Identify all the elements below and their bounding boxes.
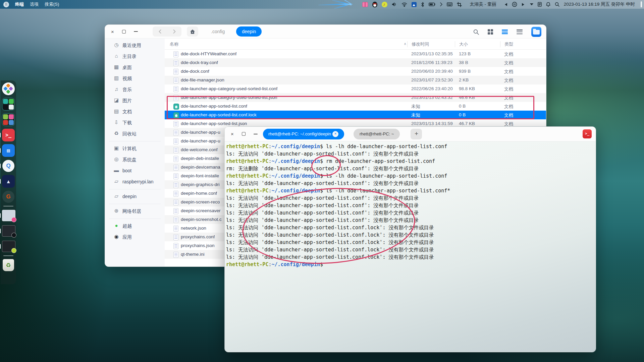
pause-icon[interactable]	[512, 2, 517, 7]
document-file-icon	[173, 130, 178, 136]
wifi-icon[interactable]	[401, 2, 407, 7]
qq-icon[interactable]	[372, 2, 377, 7]
file-mtime: 2018/12/06 11:39:23	[411, 60, 452, 65]
grid-view-icon[interactable]	[488, 29, 493, 35]
bluetooth-icon[interactable]	[421, 2, 424, 7]
sidebar-item-音乐[interactable]: ♫音乐	[105, 84, 165, 95]
battery-icon[interactable]	[429, 2, 435, 6]
sort-caret-icon[interactable]: ∧	[404, 42, 406, 46]
menu-item-options[interactable]: 选项	[30, 1, 39, 7]
app-grid-launcher-icon[interactable]: ⠿	[3, 2, 9, 7]
sidebar-item-raspberrypi.lan[interactable]: ▱raspberrypi.lan	[105, 176, 165, 187]
screenshot-icon[interactable]	[457, 2, 462, 7]
music-track-title[interactable]: 太湖美 - 童丽	[470, 1, 496, 7]
minimize-icon[interactable]	[134, 31, 138, 32]
dock-item-terminal[interactable]: >_	[2, 129, 15, 141]
gift-icon[interactable]	[362, 2, 368, 7]
sidebar-item-boot[interactable]: ▬boot	[105, 165, 165, 176]
clock-datetime[interactable]: 2023-01-13 16:19 周五 癸卯年 申时	[564, 1, 635, 7]
maximize-icon[interactable]	[242, 132, 246, 136]
window-preview-bilibili-icon	[2, 210, 15, 221]
detail-view-icon[interactable]	[517, 29, 523, 34]
sidebar-item-文档[interactable]: ▤文档	[105, 106, 165, 117]
file-row[interactable]: dde-launcher-app-sorted-list.conf未知0 B文档	[165, 102, 546, 111]
file-row[interactable]: dde-dock-HTYWeather.conf2023/01/13 02:35…	[165, 50, 546, 58]
file-manager-app-icon[interactable]	[531, 27, 541, 37]
search-icon[interactable]	[473, 29, 479, 35]
dock-item-launcher[interactable]	[2, 82, 15, 95]
previous-icon[interactable]	[503, 3, 507, 6]
lyrics-icon[interactable]	[538, 2, 542, 7]
back-icon[interactable]	[159, 29, 161, 34]
file-row[interactable]: dde-launcher-app-sorted-list.conf.lock未知…	[165, 111, 546, 119]
dock-item-red-logo-app[interactable]: G	[2, 190, 15, 203]
sidebar-item-桌面[interactable]: ▦桌面	[105, 62, 165, 73]
dock-item-app-group-2[interactable]	[2, 113, 15, 126]
column-header-type[interactable]: 类型	[500, 41, 513, 47]
file-row[interactable]: dde-launcher-app-category-used-sorted-li…	[165, 93, 546, 102]
caret-down-icon[interactable]	[530, 3, 533, 5]
dock-item-window-preview-qq[interactable]	[2, 225, 15, 237]
new-tab-button[interactable]: +	[411, 129, 422, 139]
netease-music-icon[interactable]	[382, 2, 387, 7]
column-header-name[interactable]: 名称	[170, 41, 178, 47]
sidebar-item-deepin[interactable]: ▱deepin	[105, 191, 165, 202]
terminal-output-line: ls: 无法访问 'dde-launcher-app-sorted-list.c…	[226, 253, 596, 261]
breadcrumb-parent[interactable]: .config	[211, 29, 225, 34]
file-row[interactable]: dde-dock-tray.conf2018/12/06 11:39:2338 …	[165, 58, 546, 67]
sidebar-item-系统盘[interactable]: ◎系统盘	[105, 154, 165, 165]
dock-item-photos[interactable]: ▲	[2, 175, 15, 188]
close-icon[interactable]: ×	[111, 29, 114, 34]
sidebar-item-计算机[interactable]: ▣计算机	[105, 143, 165, 154]
home-button[interactable]	[187, 26, 198, 37]
forward-icon[interactable]	[173, 29, 176, 34]
minimize-icon[interactable]	[254, 134, 258, 134]
file-row[interactable]: dde-file-manager.json2023/01/07 23:52:30…	[165, 76, 546, 84]
volume-icon[interactable]	[392, 2, 397, 7]
dock-item-window-preview-bilibili[interactable]	[2, 209, 15, 222]
terminal-output-line: ls: 无法访问 'dde-launcher-app-sorted-list.c…	[226, 239, 596, 246]
column-header-size[interactable]: 大小	[455, 41, 468, 47]
dock-item-browser[interactable]: Q	[2, 160, 15, 172]
terminal-output[interactable]: rhett@rhett-PC:~/.config/deepin$ ls -lh …	[226, 143, 596, 352]
terminal-tab-active[interactable]: rhett@rhett-PC: ~/.config/deepin ×	[263, 129, 344, 139]
file-name: dde-launcher-app-sorted-list.conf.lock	[181, 112, 257, 117]
document-file-icon	[173, 69, 178, 75]
list-view-icon[interactable]	[502, 29, 508, 34]
tab-close-icon[interactable]: ×	[332, 131, 338, 137]
document-file-icon	[173, 95, 178, 101]
dock-item-app-group-1[interactable]	[2, 98, 15, 111]
chevron-right-icon[interactable]	[440, 2, 442, 6]
sidebar-item-回收站[interactable]: ♻回收站	[105, 128, 165, 139]
sidebar-item-网络邻居[interactable]: ⊛网络邻居	[105, 206, 165, 217]
dock-item-file-manager[interactable]: ▤	[2, 144, 15, 157]
launcher-icon	[2, 82, 15, 95]
breadcrumb-current[interactable]: deepin	[236, 26, 262, 37]
sidebar-item-超越[interactable]: ●超越	[105, 221, 165, 232]
dock-item-window-preview-music[interactable]	[2, 240, 15, 253]
dock-item-trash[interactable]: ♻	[2, 259, 15, 272]
file-name: proxychains.json	[181, 243, 215, 248]
keyboard-icon[interactable]	[447, 2, 452, 6]
maximize-icon[interactable]	[122, 30, 126, 34]
menu-app-title[interactable]: 终端	[15, 1, 24, 7]
sidebar-item-应用[interactable]: ◉应用	[105, 232, 165, 243]
menu-item-search[interactable]: 搜索(S)	[45, 1, 59, 7]
sidebar-item-下载[interactable]: ⇩下载	[105, 117, 165, 128]
close-icon[interactable]: ×	[231, 131, 234, 136]
search-icon[interactable]	[555, 2, 559, 7]
column-header-mtime[interactable]: 修改时间	[407, 41, 429, 47]
photos-icon[interactable]	[412, 2, 417, 7]
sidebar-item-label: 桌面	[122, 65, 132, 71]
sidebar-item-视频[interactable]: ▥视频	[105, 73, 165, 84]
sidebar-item-主目录[interactable]: ⌂主目录	[105, 51, 165, 62]
terminal-tab-inactive[interactable]: rhett@rhett-PC: ~	[354, 129, 400, 139]
terminal-app-icon[interactable]: >_	[583, 129, 592, 138]
sidebar-item-图片[interactable]: ◪图片	[105, 95, 165, 106]
next-icon[interactable]	[522, 3, 526, 6]
bell-icon[interactable]	[546, 2, 550, 7]
sidebar-item-最近使用[interactable]: ◷最近使用	[105, 40, 165, 51]
file-row[interactable]: dde-launcher-app-category-used-sorted-li…	[165, 84, 546, 93]
file-row[interactable]: dde-dock.conf2020/06/03 20:39:40939 B文档	[165, 67, 546, 76]
show-desktop-handle[interactable]	[641, 1, 642, 7]
